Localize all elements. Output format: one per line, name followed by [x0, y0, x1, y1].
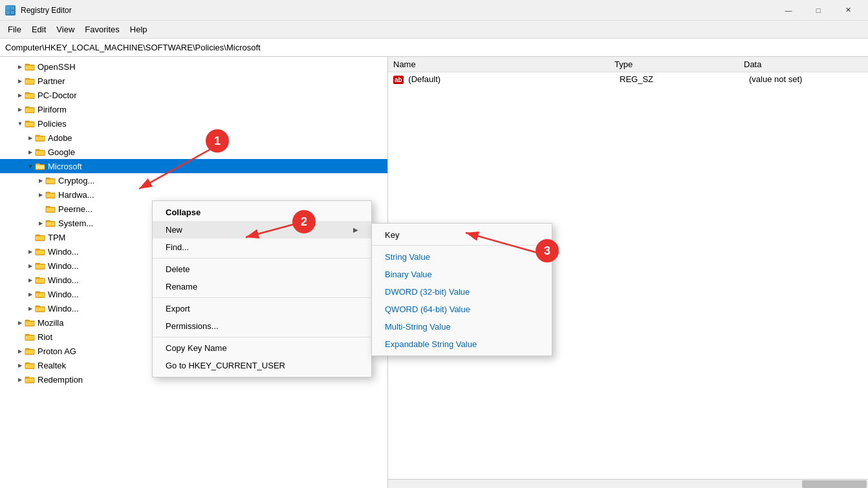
tree-arrow: ▶ [16, 346, 25, 355]
tree-item-piriform[interactable]: ▶ Piriform [0, 102, 387, 116]
tree-arrow: ▶ [26, 247, 35, 256]
folder-icon [35, 233, 45, 242]
tree-arrow [36, 204, 45, 213]
ctx-new-label: New [166, 225, 182, 235]
menu-help[interactable]: Help [125, 22, 153, 37]
tree-item-crypto[interactable]: ▶ Cryptog... [0, 173, 387, 187]
scrollbar-thumb[interactable] [802, 480, 867, 488]
tree-item-hardw[interactable]: ▶ Hardwa... [0, 187, 387, 202]
folder-icon [25, 105, 35, 114]
folder-icon [45, 204, 56, 213]
tree-label: Windo... [48, 261, 79, 271]
maximize-button[interactable]: □ [803, 0, 833, 21]
svg-rect-1 [11, 6, 14, 10]
tree-label: Mozilla [38, 318, 63, 328]
menu-favorites[interactable]: Favorites [80, 22, 124, 37]
close-button[interactable]: ✕ [833, 0, 863, 21]
ctx-rename[interactable]: Rename [153, 278, 371, 295]
tree-arrow: ▶ [26, 304, 35, 313]
folder-icon [25, 375, 35, 384]
tree-item-google[interactable]: ▶ Google [0, 145, 387, 159]
ctx-copy-key-name[interactable]: Copy Key Name [153, 339, 371, 357]
svg-rect-0 [6, 6, 10, 10]
tree-arrow [16, 332, 25, 341]
tree-item-partner[interactable]: ▶ Partner [0, 74, 387, 88]
tree-label: Microsoft [48, 162, 82, 171]
tree-label: OpenSSH [38, 62, 76, 72]
tree-label: Riot [38, 332, 52, 342]
folder-icon [25, 361, 35, 370]
sub-string-value[interactable]: String Value [372, 248, 552, 266]
ctx-goto-hkcu[interactable]: Go to HKEY_CURRENT_USER [153, 357, 371, 374]
tree-arrow [26, 233, 35, 242]
horizontal-scrollbar[interactable] [388, 479, 868, 488]
folder-icon [35, 147, 45, 156]
ctx-delete[interactable]: Delete [153, 260, 371, 278]
tree-label: Windo... [48, 290, 79, 299]
tree-label: Partner [38, 76, 65, 86]
tree-label: Realtek [38, 361, 66, 370]
folder-icon-open [35, 162, 45, 171]
tree-arrow: ▶ [16, 62, 25, 71]
tree-arrow: ▶ [36, 190, 45, 199]
sub-binary-value[interactable]: Binary Value [372, 266, 552, 283]
menu-view[interactable]: View [51, 22, 80, 37]
svg-rect-2 [6, 11, 10, 14]
tree-label: Redemption [38, 375, 83, 385]
row-name-text: (Default) [408, 74, 440, 84]
row-name: ab (Default) [388, 74, 614, 84]
ctx-collapse[interactable]: Collapse [153, 204, 371, 221]
tree-label: Adobe [48, 133, 72, 143]
minimize-button[interactable]: — [774, 0, 803, 21]
window-title: Registry Editor [21, 6, 774, 15]
sub-expandable-string[interactable]: Expandable String Value [372, 335, 552, 353]
submenu-arrow: ▶ [353, 226, 358, 233]
submenu: Key String Value Binary Value DWORD (32-… [371, 223, 552, 356]
menu-bar: File Edit View Favorites Help [0, 21, 868, 39]
ctx-new[interactable]: New ▶ [153, 221, 371, 239]
right-pane-header: Name Type Data [388, 57, 868, 72]
row-type: REG_SZ [614, 74, 744, 84]
annotation-badge-3: 3 [536, 239, 559, 262]
tree-arrow: ▶ [26, 261, 35, 270]
window-controls: — □ ✕ [774, 0, 863, 21]
ctx-separator-1 [153, 258, 371, 259]
tree-arrow: ▶ [16, 105, 25, 114]
tree-item-pcdoctor[interactable]: ▶ PC-Doctor [0, 88, 387, 102]
tree-label: Hardwa... [58, 190, 94, 200]
tree-item-microsoft[interactable]: ▼ Microsoft [0, 159, 387, 173]
tree-label: System... [58, 218, 93, 228]
tree-item-adobe[interactable]: ▶ Adobe [0, 131, 387, 145]
tree-item-policies[interactable]: ▼ Policies [0, 116, 387, 131]
sub-key[interactable]: Key [372, 226, 552, 246]
tree-item-openssh[interactable]: ▶ OpenSSH [0, 59, 387, 74]
tree-label: Proton AG [38, 346, 76, 356]
menu-file[interactable]: File [3, 22, 27, 37]
sub-qword-value[interactable]: QWORD (64-bit) Value [372, 301, 552, 318]
menu-edit[interactable]: Edit [27, 22, 51, 37]
address-path: Computer\HKEY_LOCAL_MACHINE\SOFTWARE\Pol… [5, 43, 261, 52]
ctx-find[interactable]: Find... [153, 239, 371, 256]
folder-icon [35, 133, 45, 142]
folder-icon [35, 304, 45, 313]
sub-multi-string[interactable]: Multi-String Value [372, 318, 552, 335]
registry-row[interactable]: ab (Default) REG_SZ (value not set) [388, 72, 868, 87]
annotation-badge-2: 2 [292, 210, 316, 233]
column-type: Type [614, 59, 744, 69]
folder-icon [35, 247, 45, 256]
column-data: Data [744, 59, 868, 69]
tree-label: Peerne... [58, 204, 92, 214]
tree-label: Cryptog... [58, 176, 94, 186]
row-data: (value not set) [744, 74, 868, 84]
ctx-export[interactable]: Export [153, 300, 371, 317]
tree-label: TPM [48, 233, 65, 242]
tree-arrow: ▶ [16, 361, 25, 370]
tree-label: Windo... [48, 304, 79, 313]
context-menu: Collapse New ▶ Find... Delete Rename Exp… [152, 200, 372, 377]
svg-rect-3 [11, 11, 14, 14]
folder-icon [25, 318, 35, 327]
tree-arrow: ▶ [26, 275, 35, 284]
tree-label: Windo... [48, 275, 79, 285]
ctx-permissions[interactable]: Permissions... [153, 317, 371, 335]
sub-dword-value[interactable]: DWORD (32-bit) Value [372, 283, 552, 301]
